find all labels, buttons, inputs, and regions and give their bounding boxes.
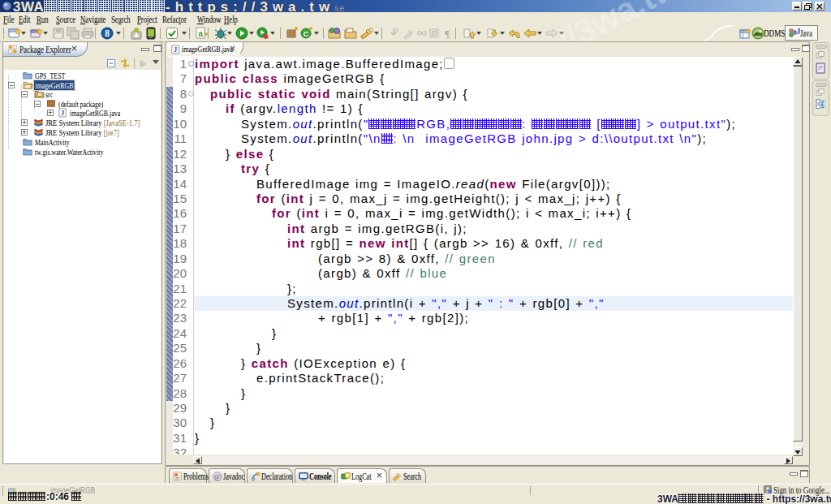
svg-text:@: @ (214, 473, 221, 480)
svg-text:8: 8 (105, 29, 110, 38)
svg-text:¶: ¶ (445, 28, 450, 40)
svg-text:C: C (304, 30, 309, 38)
svg-text:J: J (174, 46, 177, 54)
svg-text:a: a (198, 29, 203, 38)
svg-text:J: J (61, 110, 64, 117)
